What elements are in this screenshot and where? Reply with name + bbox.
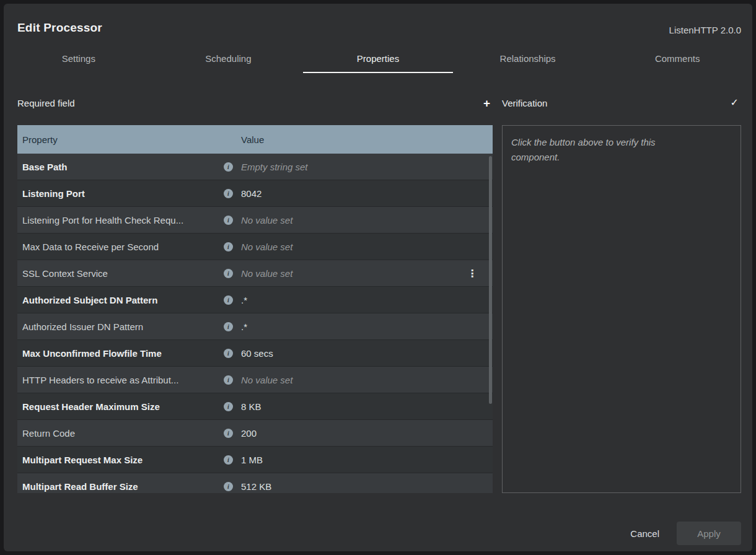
info-icon[interactable]: i — [224, 269, 233, 278]
property-value: 8 KB — [241, 401, 488, 412]
property-name: Base Path — [22, 162, 224, 172]
property-value: .* — [241, 295, 488, 305]
column-header-property: Property — [22, 134, 241, 145]
table-row[interactable]: SSL Context Service i No value set ⋮ — [17, 260, 493, 287]
info-icon[interactable]: i — [224, 349, 233, 358]
info-icon[interactable]: i — [224, 402, 233, 411]
dialog-footer: Cancel Apply — [628, 522, 741, 545]
tab-scheduling[interactable]: Scheduling — [154, 46, 304, 73]
required-field-heading: Required field — [17, 98, 75, 108]
info-icon[interactable]: i — [224, 429, 233, 438]
apply-button[interactable]: Apply — [677, 522, 741, 545]
property-value: No value set — [241, 375, 488, 385]
property-value: 512 KB — [241, 481, 488, 492]
tab-relationships[interactable]: Relationships — [453, 46, 603, 73]
tab-comments[interactable]: Comments — [602, 46, 752, 73]
property-value: No value set — [241, 215, 488, 225]
property-name: Max Data to Receive per Second — [22, 242, 224, 252]
cancel-button[interactable]: Cancel — [628, 525, 662, 543]
property-value: 60 secs — [241, 348, 488, 359]
table-row[interactable]: Base Path i Empty string set ⋮ — [17, 154, 493, 180]
info-icon[interactable]: i — [224, 455, 233, 465]
table-row[interactable]: Listening Port for Health Check Requ... … — [17, 207, 493, 234]
info-icon[interactable]: i — [224, 295, 233, 305]
table-row[interactable]: Return Code i 200 ⋮ — [17, 420, 493, 447]
property-value: .* — [241, 321, 488, 332]
property-value: 1 MB — [241, 455, 488, 465]
info-icon[interactable]: i — [224, 322, 233, 331]
verify-check-icon[interactable]: ✓ — [728, 98, 741, 108]
table-row[interactable]: Request Header Maximum Size i 8 KB ⋮ — [17, 393, 493, 420]
property-name: Authorized Subject DN Pattern — [22, 295, 224, 305]
properties-table: Property Value Base Path i Empty string … — [17, 125, 493, 493]
add-property-icon[interactable]: + — [481, 97, 493, 109]
more-options-icon[interactable]: ⋮ — [467, 268, 477, 279]
property-name: Request Header Maximum Size — [22, 401, 224, 412]
table-row[interactable]: Multipart Request Max Size i 1 MB ⋮ — [17, 447, 493, 473]
info-icon[interactable]: i — [224, 375, 233, 385]
tab-settings[interactable]: Settings — [4, 46, 154, 73]
property-name: Return Code — [22, 428, 224, 439]
table-row[interactable]: Multipart Read Buffer Size i 512 KB ⋮ — [17, 473, 493, 493]
table-scrollbar[interactable] — [489, 156, 492, 404]
properties-section-header: Required field + — [17, 95, 493, 110]
property-value: No value set — [241, 268, 488, 279]
table-row[interactable]: HTTP Headers to receive as Attribut... i… — [17, 367, 493, 393]
processor-version-label: ListenHTTP 2.0.0 — [669, 25, 741, 35]
tab-bar: Settings Scheduling Properties Relations… — [4, 46, 752, 73]
property-name: Max Unconfirmed Flowfile Time — [22, 348, 224, 359]
verification-panel: Click the button above to verify this co… — [502, 125, 741, 493]
info-icon[interactable]: i — [224, 189, 233, 198]
property-value: 8042 — [241, 188, 488, 199]
info-icon[interactable]: i — [224, 162, 233, 172]
property-value: No value set — [241, 242, 488, 252]
table-row[interactable]: Authorized Subject DN Pattern i .* ⋮ — [17, 287, 493, 313]
property-value: 200 — [241, 428, 488, 439]
dialog-title: Edit Processor — [17, 21, 102, 35]
property-name: Multipart Request Max Size — [22, 455, 224, 465]
info-icon[interactable]: i — [224, 482, 233, 491]
property-name: Listening Port for Health Check Requ... — [22, 215, 224, 225]
tab-properties[interactable]: Properties — [303, 46, 453, 73]
properties-table-body: Base Path i Empty string set ⋮ Listening… — [17, 154, 493, 493]
info-icon[interactable]: i — [224, 242, 233, 251]
table-row[interactable]: Listening Port i 8042 ⋮ — [17, 180, 493, 207]
property-name: Listening Port — [22, 188, 224, 199]
property-name: HTTP Headers to receive as Attribut... — [22, 375, 224, 385]
table-row[interactable]: Max Data to Receive per Second i No valu… — [17, 234, 493, 260]
verification-message: Click the button above to verify this co… — [511, 135, 697, 165]
info-icon[interactable]: i — [224, 216, 233, 225]
column-header-value: Value — [241, 134, 488, 145]
property-value: Empty string set — [241, 162, 488, 172]
property-name: Multipart Read Buffer Size — [22, 481, 224, 492]
verification-heading: Verification — [502, 98, 547, 108]
properties-table-header: Property Value — [17, 125, 493, 154]
table-row[interactable]: Authorized Issuer DN Pattern i .* ⋮ — [17, 313, 493, 340]
verification-section-header: Verification ✓ — [502, 95, 741, 110]
edit-processor-dialog: Edit Processor ListenHTTP 2.0.0 Settings… — [4, 4, 752, 551]
property-name: SSL Context Service — [22, 268, 224, 279]
property-name: Authorized Issuer DN Pattern — [22, 321, 224, 332]
table-row[interactable]: Max Unconfirmed Flowfile Time i 60 secs … — [17, 340, 493, 367]
